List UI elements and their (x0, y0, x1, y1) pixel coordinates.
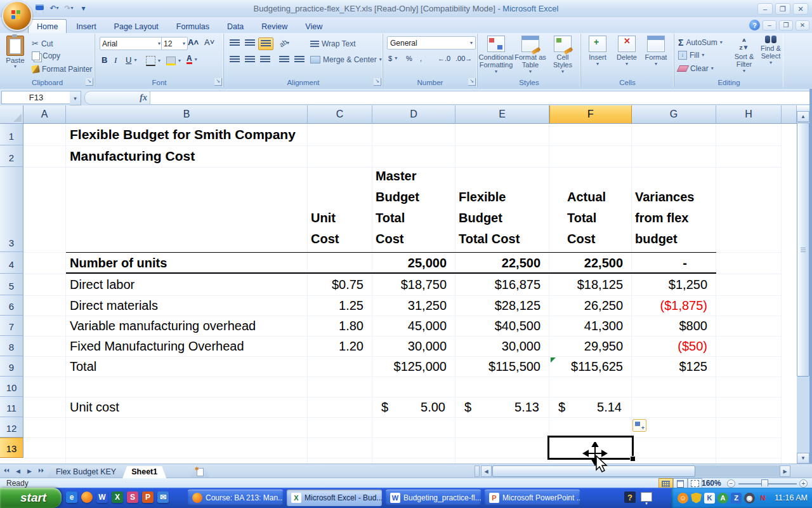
cell-C6[interactable]: 1.25 (308, 295, 372, 316)
ribbon-tab-review[interactable]: Review (253, 20, 296, 33)
cell-B9[interactable]: Total (66, 356, 308, 377)
cell-D9[interactable]: $125,000 (372, 356, 455, 377)
select-all-corner[interactable] (0, 105, 23, 124)
format-cells-button[interactable]: Format▾ (642, 36, 670, 66)
cell-D7[interactable]: 45,000 (372, 316, 455, 336)
cell-F11[interactable]: $5.14 (549, 397, 632, 417)
cell-D6[interactable]: 31,250 (372, 295, 455, 316)
formula-input[interactable] (150, 91, 812, 105)
antivirus-tray-icon[interactable]: A (717, 493, 728, 504)
bottom-align-button[interactable] (258, 37, 273, 50)
copy-button[interactable]: Copy (30, 51, 62, 61)
sheet-tab-flex-budget-key[interactable]: Flex Budget KEY (47, 466, 125, 478)
comma-style-button[interactable]: , (419, 54, 423, 63)
next-sheet-button[interactable]: ▶ (24, 465, 35, 476)
number-format-select[interactable]: General▾ (387, 36, 476, 50)
cell-B4[interactable]: Number of units (66, 252, 308, 274)
cell-D5[interactable]: $18,750 (372, 274, 455, 295)
underline-button[interactable]: U▾ (124, 55, 138, 65)
row-header-13[interactable]: 13 (0, 438, 23, 458)
ribbon-tab-home[interactable]: Home (28, 19, 67, 33)
cell-E9[interactable]: $115,500 (455, 356, 549, 377)
minimize-button[interactable]: – (757, 3, 773, 15)
cell-F8[interactable]: 29,950 (549, 336, 632, 356)
zoom-out-button[interactable]: − (727, 479, 735, 488)
row-header-12[interactable]: 12 (0, 417, 23, 438)
row-header-4[interactable]: 4 (0, 252, 23, 274)
start-button[interactable]: start (0, 488, 62, 508)
italic-button[interactable]: I (113, 55, 118, 66)
fill-color-button[interactable]: ▾ (165, 56, 182, 66)
sheet-tab-sheet1[interactable]: Sheet1 (122, 466, 166, 478)
cell-B2[interactable]: Manufacturing Cost (66, 145, 308, 167)
cell-B6[interactable]: Direct materials (66, 295, 308, 316)
percent-style-button[interactable]: % (405, 54, 414, 63)
cell-D4[interactable]: 25,000 (372, 252, 455, 274)
row-header-5[interactable]: 5 (0, 274, 23, 295)
show-hidden-icons-button[interactable] (641, 492, 652, 502)
column-header-D[interactable]: D (372, 105, 455, 124)
clipboard-dialog-launcher[interactable]: ↘ (86, 78, 93, 86)
paste-options-smart-tag[interactable] (632, 419, 646, 432)
cell-E8[interactable]: 30,000 (455, 336, 549, 356)
top-align-button[interactable] (228, 37, 242, 49)
worksheet-grid[interactable]: ABCDEFGH1Flexible Budget for Smith Compa… (0, 105, 797, 464)
cell-D8[interactable]: 30,000 (372, 336, 455, 356)
column-header-C[interactable]: C (308, 105, 372, 124)
taskbar-task-excel[interactable]: XMicrosoft Excel - Bud... (287, 490, 382, 506)
cell-B7[interactable]: Variable manufacturing overhead (66, 316, 308, 336)
increase-indent-button[interactable] (292, 54, 306, 65)
middle-align-button[interactable] (243, 37, 257, 49)
taskbar-task-powerpoint[interactable]: PMicrosoft PowerPoint ... (485, 490, 580, 506)
tab-split-handle[interactable] (475, 465, 480, 477)
cell-C8[interactable]: 1.20 (308, 336, 372, 356)
cut-button[interactable]: ✂Cut (30, 38, 55, 49)
cell-F6[interactable]: 26,250 (549, 295, 632, 316)
autosum-button[interactable]: ΣAutoSum▾ (677, 37, 724, 48)
decrease-indent-button[interactable] (277, 54, 291, 65)
zoom-in-button[interactable]: + (799, 479, 808, 488)
word-icon[interactable]: W (96, 491, 108, 503)
decrease-decimal-button[interactable]: .00→ (454, 54, 473, 63)
accounting-format-button[interactable]: $▾ (387, 54, 398, 63)
cell-F4[interactable]: 22,500 (549, 252, 632, 274)
merge-center-button[interactable]: Merge & Center▾ (309, 55, 383, 65)
increase-decimal-button[interactable]: ←.0 (436, 54, 452, 63)
align-left-button[interactable] (228, 54, 242, 65)
excel-icon[interactable]: X (112, 491, 123, 503)
cell-E4[interactable]: 22,500 (455, 252, 549, 274)
media-app-icon[interactable]: S (127, 491, 138, 503)
cell-G5[interactable]: $1,250 (632, 274, 716, 295)
grow-font-button[interactable]: A˄ (187, 37, 200, 48)
netscape-tray-icon[interactable]: N (757, 493, 768, 504)
ribbon-tab-insert[interactable]: Insert (68, 20, 104, 33)
cell-G3[interactable]: Variancesfrom flexbudget (632, 167, 716, 252)
cell-B8[interactable]: Fixed Manufacturing Overhead (66, 336, 308, 356)
borders-button[interactable]: ▾ (145, 55, 162, 67)
shrink-font-button[interactable]: A˅ (203, 37, 216, 48)
sort-filter-button[interactable]: AZ▼ Sort & Filter▾ (731, 36, 757, 73)
scroll-up-arrow[interactable]: ▲ (797, 111, 809, 122)
column-header-A[interactable]: A (23, 105, 66, 124)
cell-E7[interactable]: $40,500 (455, 316, 549, 336)
office-button[interactable] (2, 1, 32, 31)
cell-F5[interactable]: $18,125 (549, 274, 632, 295)
delete-cells-button[interactable]: ✕ Delete▾ (613, 36, 641, 66)
insert-cells-button[interactable]: + Insert▾ (584, 36, 612, 66)
column-header-H[interactable]: H (716, 105, 782, 124)
volume-tray-icon[interactable]: ◉ (744, 493, 755, 504)
align-right-button[interactable] (258, 54, 272, 65)
name-box-dropdown[interactable]: ▾ (70, 91, 81, 105)
cell-G9[interactable]: $125 (632, 356, 716, 377)
cell-E3[interactable]: FlexibleBudgetTotal Cost (455, 167, 549, 252)
scroll-left-arrow[interactable]: ◀ (481, 465, 492, 477)
fill-handle[interactable] (630, 456, 636, 462)
help-icon[interactable]: ? (749, 20, 760, 30)
cell-G7[interactable]: $800 (632, 316, 716, 336)
cell-E6[interactable]: $28,125 (455, 295, 549, 316)
align-center-button[interactable] (243, 54, 257, 65)
internet-explorer-icon[interactable]: e (66, 491, 77, 503)
row-header-2[interactable]: 2 (0, 145, 23, 167)
cell-G6[interactable]: ($1,875) (632, 295, 716, 316)
password-key-tray-icon[interactable]: K (704, 493, 715, 504)
